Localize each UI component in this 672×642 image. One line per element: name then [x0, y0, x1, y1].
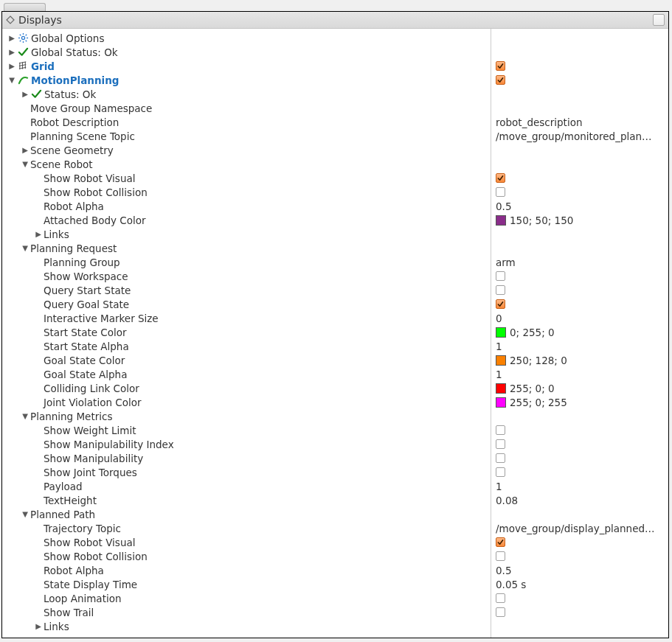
label: Status: Ok [44, 88, 96, 100]
tree-item-robot-alpha[interactable]: Robot Alpha [2, 199, 491, 213]
label: Planning Request [30, 243, 117, 254]
tree-item-grid[interactable]: ▶ Grid [2, 59, 491, 73]
expand-arrow[interactable]: ▶ [21, 90, 29, 98]
value-interactive-marker-size[interactable]: 0 [496, 313, 502, 324]
collapse-arrow[interactable]: ▼ [8, 76, 15, 84]
expand-arrow[interactable]: ▶ [21, 146, 29, 154]
label: Goal State Alpha [44, 369, 127, 380]
tree-item-pp-robot-alpha[interactable]: Robot Alpha [2, 563, 491, 577]
value-robot-description[interactable]: robot_description [496, 116, 582, 128]
label: Show Workspace [44, 271, 128, 282]
background-tab[interactable] [4, 3, 46, 11]
tree-item-interactive-marker-size[interactable]: Interactive Marker Size [2, 311, 491, 325]
tree-item-show-robot-collision[interactable]: Show Robot Collision [2, 185, 491, 199]
expand-arrow[interactable]: ▶ [35, 230, 42, 238]
expand-arrow[interactable]: ▶ [8, 48, 15, 56]
show-manip-checkbox[interactable] [496, 453, 505, 463]
show-weight-limit-checkbox[interactable] [496, 425, 505, 435]
show-trail-checkbox[interactable] [496, 607, 505, 617]
tree-item-show-workspace[interactable]: Show Workspace [2, 269, 491, 283]
tree-item-global-options[interactable]: ▶ Global Options [2, 31, 491, 45]
show-joint-torques-checkbox[interactable] [496, 467, 505, 477]
tree-item-planning-group[interactable]: Planning Group [2, 255, 491, 269]
tree-item-goal-state-alpha[interactable]: Goal State Alpha [2, 367, 491, 381]
tree-item-goal-state-color[interactable]: Goal State Color [2, 353, 491, 367]
tree-item-start-state-color[interactable]: Start State Color [2, 325, 491, 339]
tree-item-joint-violation-color[interactable]: Joint Violation Color [2, 395, 491, 409]
property-tree[interactable]: ▶ Global Options ▶ Global Status: Ok ▶ G… [2, 29, 491, 638]
tree-item-state-display-time[interactable]: State Display Time [2, 577, 491, 591]
tree-item-start-state-alpha[interactable]: Start State Alpha [2, 339, 491, 353]
tree-item-move-group-namespace[interactable]: Move Group Namespace [2, 101, 491, 115]
pp-show-robot-visual-checkbox[interactable] [496, 537, 505, 547]
query-start-state-checkbox[interactable] [496, 285, 505, 295]
value-robot-alpha[interactable]: 0.5 [496, 200, 511, 212]
tree-item-trajectory-topic[interactable]: Trajectory Topic [2, 521, 491, 535]
label: Planned Path [30, 509, 95, 520]
value-trajectory-topic[interactable]: /move_group/display_planned… [496, 523, 655, 534]
expand-arrow[interactable]: ▶ [8, 62, 15, 70]
tree-item-planning-metrics[interactable]: ▼Planning Metrics [2, 409, 491, 423]
panel-titlebar[interactable]: Displays [2, 12, 668, 29]
query-goal-state-checkbox[interactable] [496, 299, 505, 309]
tree-item-text-height[interactable]: TextHeight [2, 493, 491, 507]
collapse-arrow[interactable]: ▼ [21, 412, 29, 420]
tree-item-show-trail[interactable]: Show Trail [2, 605, 491, 619]
collapse-arrow[interactable]: ▼ [21, 160, 29, 168]
colliding-link-color-swatch[interactable] [496, 383, 506, 394]
tree-item-query-start-state[interactable]: Query Start State [2, 283, 491, 297]
tree-item-show-robot-visual[interactable]: Show Robot Visual [2, 171, 491, 185]
collapse-arrow[interactable]: ▼ [21, 244, 29, 252]
tree-item-pp-links[interactable]: ▶Links [2, 619, 491, 633]
tree-item-links[interactable]: ▶Links [2, 227, 491, 241]
show-robot-visual-checkbox[interactable] [496, 173, 505, 183]
show-manip-index-checkbox[interactable] [496, 439, 505, 449]
start-state-color-swatch[interactable] [496, 327, 506, 338]
value-start-state-alpha[interactable]: 1 [496, 341, 502, 352]
label: Trajectory Topic [44, 523, 121, 534]
value-pp-robot-alpha[interactable]: 0.5 [496, 565, 511, 576]
attached-body-color-swatch[interactable] [496, 215, 506, 226]
pp-show-robot-collision-checkbox[interactable] [496, 551, 505, 561]
tree-item-robot-description[interactable]: Robot Description [2, 115, 491, 129]
show-robot-collision-checkbox[interactable] [496, 187, 505, 197]
tree-item-show-joint-torques[interactable]: Show Joint Torques [2, 465, 491, 479]
tree-item-query-goal-state[interactable]: Query Goal State [2, 297, 491, 311]
check-icon [30, 88, 42, 100]
value-goal-state-alpha[interactable]: 1 [496, 369, 502, 380]
goal-state-color-swatch[interactable] [496, 355, 506, 366]
collapse-arrow[interactable]: ▼ [21, 510, 29, 518]
tree-item-show-manip-index[interactable]: Show Manipulability Index [2, 437, 491, 451]
tree-item-colliding-link-color[interactable]: Colliding Link Color [2, 381, 491, 395]
label: Links [44, 621, 69, 632]
tree-item-pp-show-robot-collision[interactable]: Show Robot Collision [2, 549, 491, 563]
tree-item-scene-geometry[interactable]: ▶Scene Geometry [2, 143, 491, 157]
value-text-height[interactable]: 0.08 [496, 495, 518, 506]
value-planning-group[interactable]: arm [496, 257, 516, 268]
tree-item-show-weight-limit[interactable]: Show Weight Limit [2, 423, 491, 437]
value-state-display-time[interactable]: 0.05 s [496, 579, 526, 590]
value-payload[interactable]: 1 [496, 481, 502, 492]
tree-item-loop-animation[interactable]: Loop Animation [2, 591, 491, 605]
tree-item-scene-robot[interactable]: ▼Scene Robot [2, 157, 491, 171]
joint-violation-color-swatch[interactable] [496, 397, 506, 408]
panel-pin-button[interactable] [653, 14, 665, 26]
tree-item-global-status[interactable]: ▶ Global Status: Ok [2, 45, 491, 59]
show-workspace-checkbox[interactable] [496, 271, 505, 281]
loop-animation-checkbox[interactable] [496, 593, 505, 603]
tree-item-planning-request[interactable]: ▼Planning Request [2, 241, 491, 255]
tree-item-status-ok[interactable]: ▶ Status: Ok [2, 87, 491, 101]
tree-item-planned-path[interactable]: ▼Planned Path [2, 507, 491, 521]
label: Show Robot Collision [44, 551, 148, 562]
tree-item-planning-scene-topic[interactable]: Planning Scene Topic [2, 129, 491, 143]
tree-item-show-manip[interactable]: Show Manipulability [2, 451, 491, 465]
expand-arrow[interactable]: ▶ [8, 34, 15, 42]
tree-item-attached-body-color[interactable]: Attached Body Color [2, 213, 491, 227]
grid-enable-checkbox[interactable] [496, 61, 505, 71]
tree-item-payload[interactable]: Payload [2, 479, 491, 493]
value-planning-scene-topic[interactable]: /move_group/monitored_plan… [496, 130, 652, 142]
tree-item-motionplanning[interactable]: ▼ MotionPlanning [2, 73, 491, 87]
tree-item-pp-show-robot-visual[interactable]: Show Robot Visual [2, 535, 491, 549]
motionplanning-enable-checkbox[interactable] [496, 75, 505, 85]
expand-arrow[interactable]: ▶ [35, 622, 42, 630]
